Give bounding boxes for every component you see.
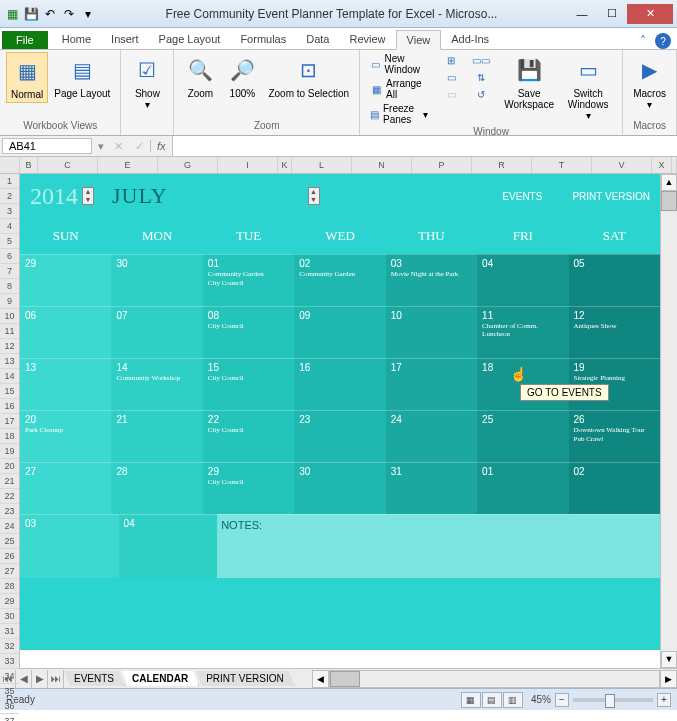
calendar-day[interactable]: 22City Council <box>203 410 294 462</box>
calendar-day[interactable]: 16 <box>294 358 385 410</box>
row-header[interactable]: 31 <box>0 624 19 639</box>
row-header[interactable]: 32 <box>0 639 19 654</box>
row-header[interactable]: 33 <box>0 654 19 669</box>
unhide-button[interactable]: ▭ <box>440 86 462 102</box>
ribbon-tab-insert[interactable]: Insert <box>101 30 149 49</box>
zoom-100-button[interactable]: 🔎 100% <box>222 52 262 101</box>
print-version-link[interactable]: PRINT VERSION <box>572 191 650 202</box>
row-header[interactable]: 24 <box>0 519 19 534</box>
ribbon-tab-add-ins[interactable]: Add-Ins <box>441 30 499 49</box>
row-header[interactable]: 19 <box>0 444 19 459</box>
ribbon-tab-formulas[interactable]: Formulas <box>230 30 296 49</box>
ribbon-tab-page-layout[interactable]: Page Layout <box>149 30 231 49</box>
row-header[interactable]: 6 <box>0 249 19 264</box>
calendar-day[interactable]: 09 <box>294 306 385 358</box>
row-header[interactable]: 2 <box>0 189 19 204</box>
row-header[interactable]: 28 <box>0 579 19 594</box>
calendar-day[interactable]: 02Community Garden <box>294 254 385 306</box>
calendar-day[interactable]: 03 <box>20 514 119 578</box>
row-header[interactable]: 5 <box>0 234 19 249</box>
scroll-down-button[interactable]: ▼ <box>661 651 677 668</box>
column-header[interactable]: P <box>412 157 472 173</box>
calendar-day[interactable]: 15City Council <box>203 358 294 410</box>
column-header[interactable]: K <box>278 157 292 173</box>
row-header[interactable]: 18 <box>0 429 19 444</box>
macros-button[interactable]: ▶ Macros▾ <box>629 52 670 112</box>
column-header[interactable]: E <box>98 157 158 173</box>
formula-input[interactable] <box>172 136 677 156</box>
calendar-day[interactable]: 18 <box>477 358 568 410</box>
calendar-day[interactable]: 13 <box>20 358 111 410</box>
ribbon-tab-view[interactable]: View <box>396 30 442 50</box>
calendar-day[interactable]: 25 <box>477 410 568 462</box>
calendar-day[interactable]: 24 <box>386 410 477 462</box>
calendar-day[interactable]: 17 <box>386 358 477 410</box>
undo-icon[interactable]: ↶ <box>42 6 58 22</box>
column-header[interactable]: N <box>352 157 412 173</box>
column-header[interactable]: C <box>38 157 98 173</box>
calendar-day[interactable]: 01Community GardenCity Council <box>203 254 294 306</box>
column-header[interactable]: L <box>292 157 352 173</box>
namebox-dropdown-icon[interactable]: ▾ <box>94 140 108 153</box>
select-all-cell[interactable] <box>0 157 20 173</box>
column-header[interactable]: G <box>158 157 218 173</box>
freeze-panes-button[interactable]: ▤Freeze Panes ▾ <box>366 102 432 126</box>
vscroll-track[interactable] <box>661 191 677 651</box>
row-header[interactable]: 34 <box>0 669 19 684</box>
year-spinner[interactable]: ▲▼ <box>82 187 94 205</box>
ribbon-tab-home[interactable]: Home <box>52 30 101 49</box>
calendar-day[interactable]: 08City Council <box>203 306 294 358</box>
calendar-day[interactable]: 04 <box>477 254 568 306</box>
row-header[interactable]: 15 <box>0 384 19 399</box>
scroll-right-button[interactable]: ▶ <box>660 670 677 688</box>
events-link[interactable]: EVENTS <box>502 191 542 202</box>
redo-icon[interactable]: ↷ <box>61 6 77 22</box>
row-header[interactable]: 25 <box>0 534 19 549</box>
zoom-level[interactable]: 45% <box>531 694 551 705</box>
last-sheet-button[interactable]: ⏭ <box>48 670 64 688</box>
sheet-tab-events[interactable]: EVENTS <box>64 671 125 686</box>
row-header[interactable]: 20 <box>0 459 19 474</box>
column-header[interactable]: R <box>472 157 532 173</box>
calendar-day[interactable]: 01 <box>477 462 568 514</box>
row-header[interactable]: 30 <box>0 609 19 624</box>
sheet-tab-calendar[interactable]: CALENDAR <box>122 671 199 686</box>
scroll-up-button[interactable]: ▲ <box>661 174 677 191</box>
calendar-day[interactable]: 29 <box>20 254 111 306</box>
switch-windows-button[interactable]: ▭ Switch Windows▾ <box>560 52 616 123</box>
row-header[interactable]: 26 <box>0 549 19 564</box>
sync-scroll-button[interactable]: ⇅ <box>470 69 492 85</box>
new-window-button[interactable]: ▭New Window <box>366 52 432 76</box>
sheet-content[interactable]: 2014 ▲▼ JULY ▲▼ EVENTS PRINT VERSION SUN… <box>20 174 660 668</box>
calendar-day[interactable]: 07 <box>111 306 202 358</box>
calendar-day[interactable]: 20Park Cleanup <box>20 410 111 462</box>
close-button[interactable]: ✕ <box>627 4 673 24</box>
help-icon[interactable]: ? <box>655 33 671 49</box>
calendar-day[interactable]: 05 <box>569 254 660 306</box>
minimize-button[interactable]: — <box>567 4 597 24</box>
arrange-all-button[interactable]: ▦Arrange All <box>366 77 432 101</box>
calendar-day[interactable]: 04 <box>119 514 218 578</box>
scroll-left-button[interactable]: ◀ <box>312 670 329 688</box>
calendar-day[interactable]: 03Movie Night at the Park <box>386 254 477 306</box>
calendar-day[interactable]: 02 <box>569 462 660 514</box>
row-header[interactable]: 36 <box>0 699 19 714</box>
row-header[interactable]: 4 <box>0 219 19 234</box>
hscroll-track[interactable] <box>329 670 660 688</box>
column-header[interactable]: B <box>20 157 38 173</box>
calendar-day[interactable]: 30 <box>294 462 385 514</box>
page-break-shortcut[interactable]: ▥ <box>503 692 523 708</box>
calendar-day[interactable]: 06 <box>20 306 111 358</box>
horizontal-scrollbar[interactable]: ◀ ▶ <box>312 670 677 688</box>
row-header[interactable]: 3 <box>0 204 19 219</box>
vscroll-thumb[interactable] <box>661 191 677 211</box>
calendar-day[interactable]: 11Chamber of Comm. Luncheon <box>477 306 568 358</box>
fx-icon[interactable]: fx <box>150 140 172 152</box>
calendar-day[interactable]: 14Community Workshop <box>111 358 202 410</box>
row-header[interactable]: 29 <box>0 594 19 609</box>
ribbon-tab-data[interactable]: Data <box>296 30 339 49</box>
zoom-button[interactable]: 🔍 Zoom <box>180 52 220 101</box>
column-header[interactable]: V <box>592 157 652 173</box>
row-header[interactable]: 21 <box>0 474 19 489</box>
row-header[interactable]: 10 <box>0 309 19 324</box>
